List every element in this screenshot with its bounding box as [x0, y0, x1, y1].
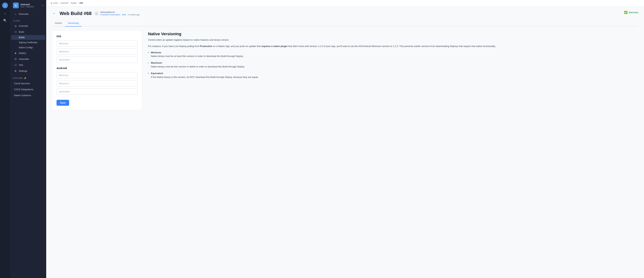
tabs: Details Versioning — [52, 20, 638, 27]
sidebar-item-label: Builds — [19, 36, 25, 39]
sidebar-item-label: Native Solutions — [14, 94, 31, 97]
ios-maximum-group — [56, 48, 138, 55]
search-rail-icon[interactable]: 🔍 — [3, 19, 7, 22]
triggered-by-label: TRIGGERED BY — [100, 11, 140, 13]
trigger-link[interactable]: Production Automation - Web — [100, 14, 126, 16]
android-maximum-group — [56, 80, 138, 87]
sidebar-item-overview[interactable]: ⌂ Overview — [11, 11, 45, 17]
sidebar-item-cicd-integrations[interactable]: CI/CD Integrations — [11, 87, 45, 92]
check-circle-icon: ✅ — [624, 11, 628, 14]
bullet-equivalent: Equivalent: If the Native binary is this… — [148, 72, 638, 79]
deploy-icon: ◈ — [14, 52, 17, 54]
save-button[interactable]: Save — [56, 100, 69, 106]
sidebar-item-label: Signing Certificates — [19, 41, 37, 44]
sidebar-header[interactable]: IC Ioniconf Ionic • 48d8d9e9 ▾ — [10, 0, 46, 11]
sidebar-section-cloud: CLOUD — [10, 17, 46, 23]
breadcrumb-current: #68 — [79, 2, 83, 4]
icon-rail: i ⌂ 🔍 — [0, 0, 10, 278]
breadcrumb-home-icon: ▣ — [50, 2, 52, 4]
triggered-by-info: ⚡ TRIGGERED BY Production Automation - W… — [94, 11, 140, 16]
trigger-time: 2 months ago — [128, 14, 140, 16]
android-section: Android — [56, 67, 138, 95]
sidebar-item-build[interactable]: ⬡ Build — [11, 29, 45, 35]
sidebar-item-automate[interactable]: ⊡ Automate — [11, 56, 45, 62]
sidebar-item-label: Automate — [19, 58, 29, 60]
content-columns: iOS Android — [52, 30, 638, 110]
page-body: ← Web Build #68 ⚡ TRIGGERED BY Productio… — [46, 6, 644, 278]
sidebar-item-builds[interactable]: Builds — [11, 35, 45, 40]
sidebar-item-label: Settings — [19, 70, 27, 72]
sidebar-item-native-solutions[interactable]: Native Solutions — [11, 93, 45, 98]
sidebar-item-label: Commits — [19, 25, 28, 27]
ios-section-title: iOS — [56, 35, 138, 38]
back-button[interactable]: ← — [52, 11, 57, 16]
sidebar-item-signing-certificates[interactable]: Signing Certificates — [11, 40, 45, 45]
sidebar-item-native-configs[interactable]: Native Configs — [11, 45, 45, 50]
info-panel-desc2: For instance, if you have Live Deploy pu… — [148, 45, 638, 48]
app-name: Ioniconf — [20, 3, 40, 6]
info-panel-title: Native Versioning — [148, 32, 638, 36]
page-header-left: ← Web Build #68 ⚡ TRIGGERED BY Productio… — [52, 11, 140, 16]
test-icon: ☐ — [14, 64, 17, 66]
app-logo[interactable]: i — [2, 3, 8, 8]
sidebar-item-deploy[interactable]: ◈ Deploy — [11, 50, 45, 56]
android-maximum-input[interactable] — [56, 80, 138, 87]
tab-details[interactable]: Details — [52, 20, 65, 27]
sidebar-item-settings[interactable]: ⚙ Settings — [11, 68, 45, 74]
app-icon: IC — [13, 3, 19, 8]
sidebar-item-label: Build — [19, 31, 24, 33]
sidebar-item-label: Cloud Services — [14, 82, 30, 85]
sidebar-section-explore: EXPLORE ✨ — [10, 74, 46, 80]
tab-versioning[interactable]: Versioning — [65, 20, 82, 27]
sidebar-item-label: Test — [19, 64, 23, 66]
breadcrumb-builds[interactable]: builds — [71, 2, 76, 4]
info-panel-desc1: Control when an update happens based on … — [148, 38, 638, 42]
sidebar-item-label: CI/CD Integrations — [14, 88, 34, 91]
breadcrumb: ▣ ionic / ioniconf / builds / #68 — [46, 0, 644, 6]
build-icon: ⬡ — [14, 31, 17, 33]
automate-icon: ⊡ — [14, 58, 17, 60]
page-title: Web Build #68 — [60, 11, 92, 16]
app-info: Ioniconf Ionic • 48d8d9e9 — [20, 3, 40, 8]
bullet-minimum: Minimum Native binary must be at least t… — [148, 51, 638, 58]
info-panel: Native Versioning Control when an update… — [148, 30, 638, 110]
breadcrumb-ionic[interactable]: ionic — [54, 2, 58, 4]
android-equivalent-group — [56, 88, 138, 95]
home-rail-icon[interactable]: ⌂ — [4, 12, 6, 15]
lightning-icon: ⚡ — [94, 11, 99, 16]
sidebar-item-label: Native Configs — [19, 46, 33, 49]
success-status: ✅ Success — [624, 11, 638, 14]
status-label: Success — [629, 11, 638, 14]
ios-equivalent-group — [56, 57, 138, 63]
settings-icon: ⚙ — [14, 70, 17, 72]
sidebar-item-cloud-services[interactable]: Cloud Services — [11, 81, 45, 86]
sidebar: IC Ioniconf Ionic • 48d8d9e9 ▾ ⌂ Overvie… — [10, 0, 46, 278]
sidebar-item-label: Overview — [19, 13, 28, 15]
sidebar-item-test[interactable]: ☐ Test — [11, 62, 45, 68]
info-panel-bullets: Minimum Native binary must be at least t… — [148, 51, 638, 79]
android-section-title: Android — [56, 67, 138, 70]
ios-equivalent-input[interactable] — [56, 57, 138, 63]
sidebar-chevron-icon: ▾ — [42, 4, 43, 7]
overview-icon: ⌂ — [14, 13, 17, 15]
app-id: Ionic • 48d8d9e9 — [20, 6, 40, 8]
android-minimum-input[interactable] — [56, 72, 138, 78]
sparkle-icon: ✨ — [24, 77, 26, 79]
versioning-form-card: iOS Android — [52, 30, 142, 110]
main-content: ▣ ionic / ioniconf / builds / #68 ← Web … — [46, 0, 644, 278]
ios-maximum-input[interactable] — [56, 48, 138, 55]
bullet-maximum: Maximum: Native binary must be this vers… — [148, 61, 638, 69]
android-equivalent-input[interactable] — [56, 88, 138, 95]
android-minimum-group — [56, 72, 138, 78]
sidebar-item-commits[interactable]: ◎ Commits — [11, 23, 45, 29]
commits-icon: ◎ — [14, 25, 17, 27]
ios-minimum-group — [56, 40, 138, 47]
ios-minimum-input[interactable] — [56, 40, 138, 47]
sidebar-item-label: Deploy — [19, 52, 26, 54]
page-header: ← Web Build #68 ⚡ TRIGGERED BY Productio… — [52, 11, 638, 16]
breadcrumb-ioniconf[interactable]: ioniconf — [61, 2, 68, 4]
